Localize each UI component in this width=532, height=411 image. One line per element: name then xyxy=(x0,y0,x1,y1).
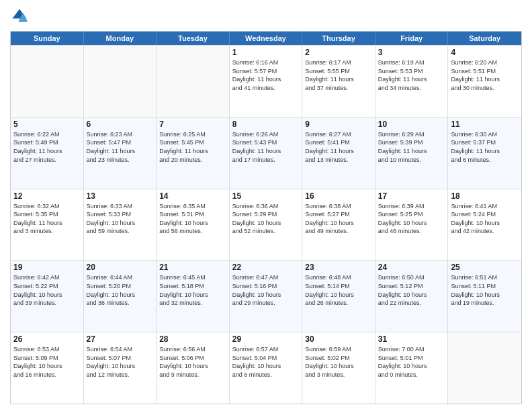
day-number: 16 xyxy=(305,191,372,201)
day-info: Sunrise: 6:54 AM Sunset: 5:07 PM Dayligh… xyxy=(87,345,154,379)
calendar: SundayMondayTuesdayWednesdayThursdayFrid… xyxy=(10,31,522,404)
calendar-row: 1Sunrise: 6:16 AM Sunset: 5:57 PM Daylig… xyxy=(11,45,521,117)
day-info: Sunrise: 6:30 AM Sunset: 5:37 PM Dayligh… xyxy=(451,130,519,164)
weekday-header: Saturday xyxy=(448,32,521,45)
day-number: 15 xyxy=(232,191,300,201)
calendar-cell: 5Sunrise: 6:22 AM Sunset: 5:49 PM Daylig… xyxy=(11,118,84,189)
day-number: 17 xyxy=(378,191,445,201)
calendar-cell: 13Sunrise: 6:33 AM Sunset: 5:33 PM Dayli… xyxy=(84,189,157,261)
day-number: 27 xyxy=(87,334,154,344)
day-number: 13 xyxy=(87,191,154,201)
day-info: Sunrise: 6:27 AM Sunset: 5:41 PM Dayligh… xyxy=(305,130,372,164)
day-info: Sunrise: 6:53 AM Sunset: 5:09 PM Dayligh… xyxy=(13,345,81,379)
day-number: 3 xyxy=(378,48,445,57)
day-number: 26 xyxy=(13,334,81,344)
calendar-cell: 31Sunrise: 7:00 AM Sunset: 5:01 PM Dayli… xyxy=(375,332,449,404)
calendar-cell: 16Sunrise: 6:38 AM Sunset: 5:27 PM Dayli… xyxy=(302,189,375,261)
calendar-cell: 25Sunrise: 6:51 AM Sunset: 5:11 PM Dayli… xyxy=(448,261,521,332)
day-info: Sunrise: 7:00 AM Sunset: 5:01 PM Dayligh… xyxy=(378,345,445,379)
day-info: Sunrise: 6:36 AM Sunset: 5:29 PM Dayligh… xyxy=(232,202,300,236)
calendar-cell: 6Sunrise: 6:23 AM Sunset: 5:47 PM Daylig… xyxy=(84,118,157,189)
weekday-header: Tuesday xyxy=(157,32,230,45)
calendar-cell: 28Sunrise: 6:56 AM Sunset: 5:06 PM Dayli… xyxy=(157,332,230,404)
calendar-cell: 10Sunrise: 6:29 AM Sunset: 5:39 PM Dayli… xyxy=(375,118,449,189)
day-number: 8 xyxy=(232,120,300,129)
day-number: 2 xyxy=(305,48,372,57)
calendar-cell: 2Sunrise: 6:17 AM Sunset: 5:55 PM Daylig… xyxy=(302,46,375,117)
day-number: 5 xyxy=(13,120,81,129)
calendar-row: 5Sunrise: 6:22 AM Sunset: 5:49 PM Daylig… xyxy=(11,117,521,189)
calendar-cell: 14Sunrise: 6:35 AM Sunset: 5:31 PM Dayli… xyxy=(157,189,230,261)
calendar-header: SundayMondayTuesdayWednesdayThursdayFrid… xyxy=(11,32,521,45)
day-number: 23 xyxy=(305,263,372,272)
day-number: 20 xyxy=(87,263,154,272)
day-number: 18 xyxy=(451,191,519,201)
day-number: 7 xyxy=(159,120,226,129)
calendar-cell: 18Sunrise: 6:41 AM Sunset: 5:24 PM Dayli… xyxy=(448,189,521,261)
day-info: Sunrise: 6:19 AM Sunset: 5:53 PM Dayligh… xyxy=(378,58,445,92)
calendar-cell: 9Sunrise: 6:27 AM Sunset: 5:41 PM Daylig… xyxy=(302,118,375,189)
day-number: 4 xyxy=(451,48,519,57)
calendar-cell: 7Sunrise: 6:25 AM Sunset: 5:45 PM Daylig… xyxy=(157,118,230,189)
weekday-header: Monday xyxy=(84,32,157,45)
day-number: 9 xyxy=(305,120,372,129)
day-info: Sunrise: 6:44 AM Sunset: 5:20 PM Dayligh… xyxy=(87,273,154,307)
calendar-cell: 29Sunrise: 6:57 AM Sunset: 5:04 PM Dayli… xyxy=(230,332,303,404)
day-number: 24 xyxy=(378,263,445,272)
day-info: Sunrise: 6:59 AM Sunset: 5:02 PM Dayligh… xyxy=(305,345,372,379)
day-number: 19 xyxy=(13,263,81,272)
calendar-row: 26Sunrise: 6:53 AM Sunset: 5:09 PM Dayli… xyxy=(11,332,521,404)
weekday-header: Friday xyxy=(375,32,449,45)
day-number: 21 xyxy=(159,263,226,272)
day-info: Sunrise: 6:42 AM Sunset: 5:22 PM Dayligh… xyxy=(13,273,81,307)
calendar-cell: 4Sunrise: 6:20 AM Sunset: 5:51 PM Daylig… xyxy=(448,46,521,117)
calendar-cell: 1Sunrise: 6:16 AM Sunset: 5:57 PM Daylig… xyxy=(230,46,303,117)
day-info: Sunrise: 6:20 AM Sunset: 5:51 PM Dayligh… xyxy=(451,58,519,92)
weekday-header: Sunday xyxy=(11,32,84,45)
calendar-cell: 24Sunrise: 6:50 AM Sunset: 5:12 PM Dayli… xyxy=(375,261,449,332)
day-info: Sunrise: 6:32 AM Sunset: 5:35 PM Dayligh… xyxy=(13,202,81,236)
logo xyxy=(10,7,32,26)
day-number: 1 xyxy=(232,48,300,57)
day-number: 11 xyxy=(451,120,519,129)
day-number: 28 xyxy=(159,334,226,344)
calendar-cell: 23Sunrise: 6:48 AM Sunset: 5:14 PM Dayli… xyxy=(302,261,375,332)
header xyxy=(10,7,522,26)
calendar-cell xyxy=(157,46,230,117)
calendar-cell: 19Sunrise: 6:42 AM Sunset: 5:22 PM Dayli… xyxy=(11,261,84,332)
day-info: Sunrise: 6:57 AM Sunset: 5:04 PM Dayligh… xyxy=(232,345,300,379)
weekday-header: Wednesday xyxy=(230,32,303,45)
day-info: Sunrise: 6:17 AM Sunset: 5:55 PM Dayligh… xyxy=(305,58,372,92)
calendar-cell xyxy=(11,46,84,117)
day-info: Sunrise: 6:25 AM Sunset: 5:45 PM Dayligh… xyxy=(159,130,226,164)
day-info: Sunrise: 6:51 AM Sunset: 5:11 PM Dayligh… xyxy=(451,273,519,307)
day-info: Sunrise: 6:56 AM Sunset: 5:06 PM Dayligh… xyxy=(159,345,226,379)
day-info: Sunrise: 6:50 AM Sunset: 5:12 PM Dayligh… xyxy=(378,273,445,307)
day-number: 31 xyxy=(378,334,445,344)
day-info: Sunrise: 6:22 AM Sunset: 5:49 PM Dayligh… xyxy=(13,130,81,164)
calendar-cell: 26Sunrise: 6:53 AM Sunset: 5:09 PM Dayli… xyxy=(11,332,84,404)
calendar-cell xyxy=(84,46,157,117)
calendar-body: 1Sunrise: 6:16 AM Sunset: 5:57 PM Daylig… xyxy=(11,45,521,404)
calendar-cell: 15Sunrise: 6:36 AM Sunset: 5:29 PM Dayli… xyxy=(230,189,303,261)
calendar-cell: 27Sunrise: 6:54 AM Sunset: 5:07 PM Dayli… xyxy=(84,332,157,404)
day-number: 12 xyxy=(13,191,81,201)
day-number: 14 xyxy=(159,191,226,201)
day-info: Sunrise: 6:39 AM Sunset: 5:25 PM Dayligh… xyxy=(378,202,445,236)
day-info: Sunrise: 6:45 AM Sunset: 5:18 PM Dayligh… xyxy=(159,273,226,307)
calendar-cell: 21Sunrise: 6:45 AM Sunset: 5:18 PM Dayli… xyxy=(157,261,230,332)
day-number: 10 xyxy=(378,120,445,129)
calendar-cell: 30Sunrise: 6:59 AM Sunset: 5:02 PM Dayli… xyxy=(302,332,375,404)
day-info: Sunrise: 6:23 AM Sunset: 5:47 PM Dayligh… xyxy=(87,130,154,164)
calendar-row: 19Sunrise: 6:42 AM Sunset: 5:22 PM Dayli… xyxy=(11,260,521,332)
calendar-cell: 17Sunrise: 6:39 AM Sunset: 5:25 PM Dayli… xyxy=(375,189,449,261)
day-info: Sunrise: 6:29 AM Sunset: 5:39 PM Dayligh… xyxy=(378,130,445,164)
calendar-page: SundayMondayTuesdayWednesdayThursdayFrid… xyxy=(0,0,532,411)
day-info: Sunrise: 6:35 AM Sunset: 5:31 PM Dayligh… xyxy=(159,202,226,236)
day-info: Sunrise: 6:26 AM Sunset: 5:43 PM Dayligh… xyxy=(232,130,300,164)
calendar-row: 12Sunrise: 6:32 AM Sunset: 5:35 PM Dayli… xyxy=(11,189,521,261)
day-info: Sunrise: 6:38 AM Sunset: 5:27 PM Dayligh… xyxy=(305,202,372,236)
calendar-cell: 22Sunrise: 6:47 AM Sunset: 5:16 PM Dayli… xyxy=(230,261,303,332)
calendar-cell: 3Sunrise: 6:19 AM Sunset: 5:53 PM Daylig… xyxy=(375,46,449,117)
logo-icon xyxy=(10,7,29,26)
